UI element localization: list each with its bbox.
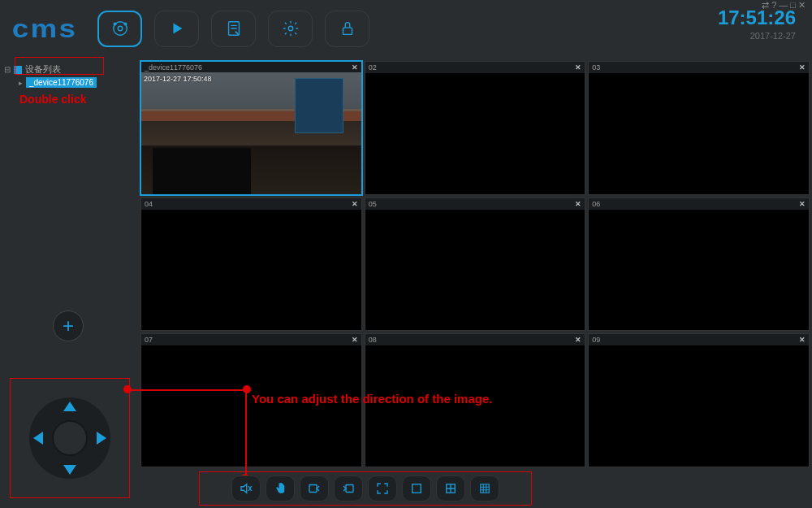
svg-point-3 [124,23,127,25]
cell-label: 05 [369,200,377,208]
annotation-line [128,389,246,391]
svg-rect-7 [309,485,317,493]
annotation-double-click: Double click [19,93,86,106]
timestamp-overlay: 2017-12-27 17:50:48 [144,75,212,83]
video-cell-3[interactable]: 03✕ [588,61,810,195]
minimize-icon[interactable]: — [779,0,788,11]
svg-rect-9 [412,484,421,493]
close-window-icon[interactable]: ✕ [798,0,806,11]
ptz-down-button[interactable] [63,465,76,475]
svg-rect-6 [343,28,352,34]
cell-label: 02 [369,63,377,72]
cell-close-icon[interactable]: ✕ [352,336,358,344]
live-view-button[interactable] [97,11,142,47]
svg-point-1 [118,26,123,31]
annotation-line2 [245,390,247,477]
svg-point-5 [288,26,293,31]
video-cell-5[interactable]: 05✕ [365,198,586,332]
device-name-label: _device11776076 [26,77,97,88]
cell-label: 07 [145,336,153,344]
cell-close-icon[interactable]: ✕ [575,200,581,208]
video-cell-9[interactable]: 09✕ [588,333,810,467]
bottom-toolbar-box [199,471,532,506]
video-cell-6[interactable]: 06✕ [588,198,810,332]
device-tree: 设备列表 _device11776076 [0,57,138,94]
ptz-up-button[interactable] [63,402,76,411]
playback-button[interactable] [154,11,199,47]
help-icon[interactable]: ? [771,0,776,11]
switch-user-icon[interactable]: ⇄ [762,0,769,11]
annotation-direction: You can adjust the direction of the imag… [252,392,492,406]
settings-button[interactable] [268,11,313,47]
clock-date: 2017-12-27 [718,31,796,41]
fullscreen-button[interactable] [368,475,397,501]
video-cell-4[interactable]: 04✕ [140,198,362,332]
ptz-left-button[interactable] [33,432,43,445]
cell-label: 09 [592,336,600,344]
hand-button[interactable] [266,475,295,501]
ptz-control [21,389,119,487]
video-cell-2[interactable]: 02✕ [365,61,586,195]
cell-close-icon[interactable]: ✕ [799,336,806,344]
video-grid: _device11776076✕2017-12-27 17:50:4802✕03… [140,61,810,467]
svg-rect-11 [481,484,490,493]
ptz-center-button[interactable] [52,420,88,456]
layout-9-button[interactable] [470,475,499,501]
mute-button[interactable] [231,475,261,501]
cell-label: 08 [369,336,377,344]
prev-page-button[interactable] [300,475,329,501]
camera-feed [141,72,361,194]
add-device-button[interactable]: + [53,310,84,341]
next-page-button[interactable] [334,475,363,501]
cell-close-icon[interactable]: ✕ [575,336,581,344]
annotation-box [15,57,104,75]
cell-label: 04 [145,200,153,208]
cell-close-icon[interactable]: ✕ [799,63,806,72]
tree-device-item[interactable]: _device11776076 [19,77,134,88]
ptz-annotation-box [10,378,130,498]
layout-1-button[interactable] [402,475,431,501]
cell-close-icon[interactable]: ✕ [352,63,358,72]
cell-label: _device11776076 [145,63,202,72]
lock-button[interactable] [325,11,369,47]
app-logo: cms [12,14,78,44]
cell-label: 06 [592,200,600,208]
maximize-icon[interactable]: □ [790,0,796,11]
layout-4-button[interactable] [436,475,465,501]
cell-label: 03 [592,63,600,72]
svg-point-2 [114,23,116,25]
svg-rect-8 [346,485,353,493]
cell-close-icon[interactable]: ✕ [575,63,581,72]
ptz-right-button[interactable] [97,432,106,445]
cell-close-icon[interactable]: ✕ [799,200,806,208]
cell-close-icon[interactable]: ✕ [352,200,358,208]
log-button[interactable] [211,11,256,47]
video-cell-1[interactable]: _device11776076✕2017-12-27 17:50:48 [140,61,362,195]
